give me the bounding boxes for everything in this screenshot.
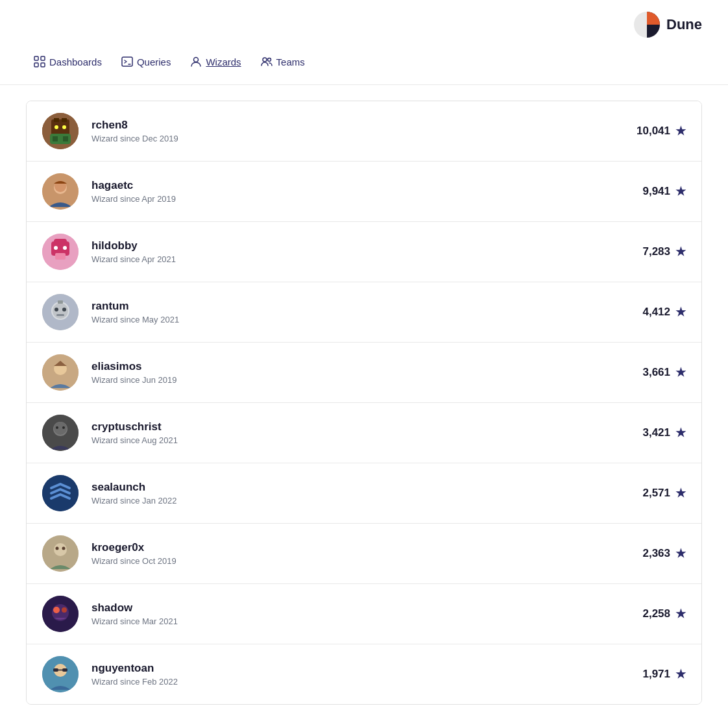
- wizard-name-kroeger0x: kroeger0x: [91, 541, 642, 554]
- avatar-shadow: [42, 596, 79, 632]
- wizard-since-cryptuschrist: Wizard since Aug 2021: [91, 435, 642, 445]
- wizard-since-nguyentoan: Wizard since Feb 2022: [91, 677, 642, 687]
- svg-point-45: [62, 547, 66, 550]
- wizard-name-sealaunch: sealaunch: [91, 481, 642, 494]
- nav-item-dashboards[interactable]: Dashboards: [26, 52, 110, 71]
- star-count-hagaetc: 9,941: [642, 185, 670, 198]
- svg-point-29: [53, 303, 68, 319]
- wizard-name-rchen8: rchen8: [91, 119, 637, 132]
- svg-rect-1: [34, 56, 38, 60]
- svg-point-14: [62, 125, 66, 129]
- avatar-cryptuschrist: [42, 415, 79, 451]
- wizard-row-cryptuschrist[interactable]: cryptuschrist Wizard since Aug 2021 3,42…: [27, 403, 701, 463]
- nav-label-dashboards: Dashboards: [49, 56, 102, 67]
- person-icon: [190, 56, 202, 67]
- star-count-shadow: 2,258: [642, 607, 670, 620]
- wizard-row-sealaunch[interactable]: sealaunch Wizard since Jan 2022 2,571 ★: [27, 463, 701, 524]
- wizard-info-cryptuschrist: cryptuschrist Wizard since Aug 2021: [91, 420, 642, 445]
- star-icon-nguyentoan: ★: [675, 667, 686, 681]
- wizard-info-nguyentoan: nguyentoan Wizard since Feb 2022: [91, 662, 642, 687]
- dune-logo-icon: [634, 12, 660, 38]
- wizard-info-kroeger0x: kroeger0x Wizard since Oct 2019: [91, 541, 642, 566]
- svg-rect-5: [122, 57, 132, 66]
- wizard-row-shadow[interactable]: shadow Wizard since Mar 2021 2,258 ★: [27, 584, 701, 644]
- svg-rect-32: [56, 314, 64, 316]
- star-icon-hildobby: ★: [675, 245, 686, 259]
- wizard-row-eliasimos[interactable]: eliasimos Wizard since Jun 2019 3,661 ★: [27, 343, 701, 403]
- wizard-since-sealaunch: Wizard since Jan 2022: [91, 496, 642, 506]
- svg-point-49: [62, 607, 67, 613]
- nav-item-wizards[interactable]: Wizards: [182, 52, 249, 71]
- header: Dune: [0, 0, 728, 44]
- svg-rect-4: [41, 63, 45, 67]
- wizard-stars-eliasimos: 3,661 ★: [642, 365, 686, 380]
- avatar-hildobby: [42, 234, 79, 270]
- svg-point-6: [194, 58, 199, 62]
- avatar-rchen8: [42, 113, 79, 149]
- nav-label-queries: Queries: [137, 56, 171, 67]
- main-content: rchen8 Wizard since Dec 2019 10,041 ★: [0, 85, 728, 719]
- wizard-stars-sealaunch: 2,571 ★: [642, 486, 686, 500]
- logo: Dune: [634, 12, 702, 38]
- wizard-name-nguyentoan: nguyentoan: [91, 662, 642, 675]
- people-icon: [261, 56, 273, 67]
- svg-rect-33: [58, 300, 63, 304]
- wizard-row-hagaetc[interactable]: hagaetc Wizard since Apr 2019 9,941 ★: [27, 162, 701, 222]
- svg-rect-53: [62, 668, 67, 672]
- wizard-info-hagaetc: hagaetc Wizard since Apr 2019: [91, 179, 642, 204]
- svg-point-44: [56, 547, 59, 550]
- svg-point-40: [62, 426, 65, 429]
- svg-point-13: [55, 125, 58, 129]
- avatar-hagaetc: [42, 173, 79, 210]
- terminal-icon: [121, 56, 133, 67]
- wizard-info-eliasimos: eliasimos Wizard since Jun 2019: [91, 360, 642, 385]
- star-count-nguyentoan: 1,971: [642, 668, 670, 681]
- svg-point-31: [62, 308, 66, 311]
- star-icon-shadow: ★: [675, 607, 686, 621]
- navigation: Dashboards Queries Wizards Teams: [0, 44, 728, 85]
- star-count-cryptuschrist: 3,421: [642, 426, 670, 439]
- wizard-stars-hagaetc: 9,941 ★: [642, 184, 686, 199]
- wizard-since-rchen8: Wizard since Dec 2019: [91, 134, 637, 143]
- star-count-rantum: 4,412: [642, 306, 670, 319]
- star-icon-rchen8: ★: [675, 124, 686, 138]
- svg-rect-2: [41, 56, 45, 60]
- logo-text: Dune: [666, 16, 702, 33]
- wizard-info-hildobby: hildobby Wizard since Apr 2021: [91, 239, 642, 264]
- wizard-row-hildobby[interactable]: hildobby Wizard since Apr 2021 7,283 ★: [27, 222, 701, 282]
- wizard-info-rchen8: rchen8 Wizard since Dec 2019: [91, 119, 637, 143]
- star-count-kroeger0x: 2,363: [642, 547, 670, 560]
- wizard-row-rantum[interactable]: rantum Wizard since May 2021 4,412 ★: [27, 282, 701, 343]
- wizard-stars-nguyentoan: 1,971 ★: [642, 667, 686, 681]
- star-count-eliasimos: 3,661: [642, 366, 670, 379]
- wizard-info-shadow: shadow Wizard since Mar 2021: [91, 602, 642, 626]
- wizard-since-hagaetc: Wizard since Apr 2019: [91, 194, 642, 204]
- star-count-hildobby: 7,283: [642, 245, 670, 258]
- wizard-since-eliasimos: Wizard since Jun 2019: [91, 375, 642, 385]
- svg-point-39: [56, 426, 58, 429]
- wizard-name-rantum: rantum: [91, 300, 642, 313]
- wizard-since-kroeger0x: Wizard since Oct 2019: [91, 556, 642, 566]
- wizard-name-shadow: shadow: [91, 602, 642, 615]
- wizard-stars-kroeger0x: 2,363 ★: [642, 546, 686, 561]
- star-icon-kroeger0x: ★: [675, 546, 686, 561]
- grid-icon: [34, 56, 45, 67]
- avatar-rantum: [42, 294, 79, 330]
- svg-rect-17: [63, 136, 68, 141]
- star-count-sealaunch: 2,571: [642, 487, 670, 500]
- svg-point-8: [267, 58, 271, 62]
- wizard-row-kroeger0x[interactable]: kroeger0x Wizard since Oct 2019 2,363 ★: [27, 524, 701, 584]
- wizard-row-rchen8[interactable]: rchen8 Wizard since Dec 2019 10,041 ★: [27, 101, 701, 162]
- svg-rect-26: [55, 253, 66, 260]
- nav-label-teams: Teams: [276, 56, 305, 67]
- star-icon-hagaetc: ★: [675, 184, 686, 199]
- wizard-row-nguyentoan[interactable]: nguyentoan Wizard since Feb 2022 1,971 ★: [27, 644, 701, 704]
- nav-item-teams[interactable]: Teams: [253, 52, 313, 71]
- nav-item-queries[interactable]: Queries: [114, 52, 179, 71]
- svg-rect-23: [54, 239, 67, 244]
- wizard-stars-cryptuschrist: 3,421 ★: [642, 426, 686, 440]
- wizard-since-rantum: Wizard since May 2021: [91, 315, 642, 324]
- nav-label-wizards: Wizards: [206, 56, 241, 67]
- star-icon-eliasimos: ★: [675, 365, 686, 380]
- wizard-name-eliasimos: eliasimos: [91, 360, 642, 373]
